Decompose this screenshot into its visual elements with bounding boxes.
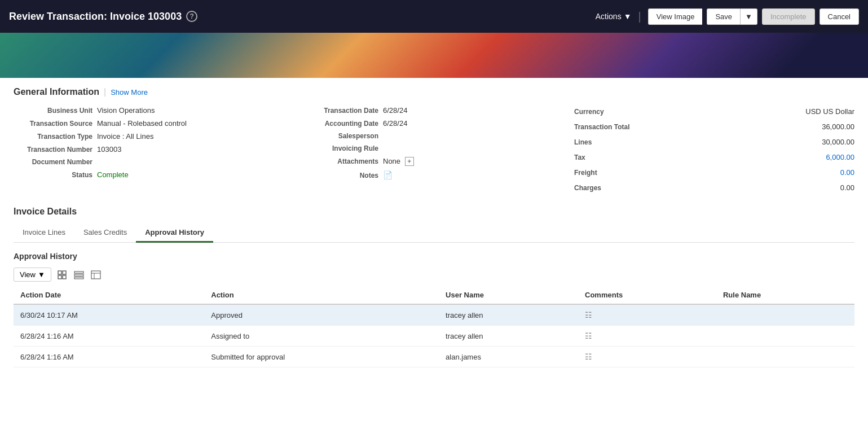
notes-icon[interactable]: 📄	[383, 170, 393, 179]
transaction-date-label: Transaction Date	[305, 107, 378, 115]
freight-label: Freight	[574, 169, 664, 177]
transaction-source-row: Transaction Source Manual - Rolebased co…	[14, 119, 294, 128]
main-content: General Information | Show More Business…	[0, 78, 868, 376]
status-row: Status Complete	[14, 170, 294, 179]
invoicing-rule-row: Invoicing Rule	[305, 144, 574, 152]
header-actions: Actions ▼ | View Image Save ▼ Incomplete…	[596, 8, 859, 25]
general-info-grid: Business Unit Vision Operations Transact…	[14, 106, 854, 193]
incomplete-button[interactable]: Incomplete	[762, 8, 815, 25]
business-unit-row: Business Unit Vision Operations	[14, 106, 294, 115]
accounting-date-label: Accounting Date	[305, 120, 378, 128]
view-button[interactable]: View ▼	[14, 268, 51, 282]
comment-icon[interactable]: ☷	[585, 310, 592, 319]
attachments-label: Attachments	[305, 157, 378, 165]
tab-sales-credits[interactable]: Sales Credits	[74, 224, 136, 243]
charges-value: 0.00	[798, 183, 854, 192]
transaction-number-row: Transaction Number 103003	[14, 145, 294, 154]
approval-history-section: Approval History View ▼	[14, 243, 854, 367]
invoicing-rule-label: Invoicing Rule	[305, 144, 378, 152]
show-more-link[interactable]: Show More	[111, 88, 148, 97]
tab-invoice-lines[interactable]: Invoice Lines	[14, 224, 74, 243]
separator: |	[638, 10, 641, 23]
invoice-details-title: Invoice Details	[14, 207, 854, 217]
table-row: 6/28/24 1:16 AMSubmitted for approvalala…	[14, 347, 854, 367]
invoice-details-section: Invoice Details Invoice Lines Sales Cred…	[14, 207, 854, 367]
page-title: Review Transaction: Invoice 103003 ?	[9, 11, 197, 23]
toolbar-icon-1[interactable]	[56, 269, 68, 281]
help-icon[interactable]: ?	[186, 11, 197, 22]
currency-label: Currency	[574, 108, 664, 116]
cell-comments: ☷	[578, 326, 716, 347]
section-divider: |	[104, 87, 106, 97]
cell-comments: ☷	[578, 347, 716, 367]
charges-label: Charges	[574, 184, 664, 192]
business-unit-value: Vision Operations	[97, 106, 155, 115]
salesperson-row: Salesperson	[305, 132, 574, 140]
comment-icon[interactable]: ☷	[585, 352, 592, 361]
table-toolbar: View ▼	[14, 268, 854, 282]
invoice-details-tabs: Invoice Lines Sales Credits Approval His…	[14, 224, 854, 243]
transaction-date-row: Transaction Date 6/28/24	[305, 106, 574, 115]
status-label: Status	[14, 171, 92, 179]
add-attachment-button[interactable]: +	[405, 157, 414, 166]
table-header-row: Action Date Action User Name Comments Ru…	[14, 286, 854, 304]
cell-rule-name	[716, 326, 854, 347]
transaction-total-value: 36,000.00	[798, 122, 854, 131]
cell-user-name: tracey allen	[439, 304, 578, 326]
transaction-type-label: Transaction Type	[14, 133, 92, 141]
top-header: Review Transaction: Invoice 103003 ? Act…	[0, 0, 868, 33]
actions-button[interactable]: Actions ▼	[596, 12, 632, 21]
transaction-date-value: 6/28/24	[383, 106, 407, 115]
financial-col: Currency USD US Dollar Transaction Total…	[574, 106, 854, 193]
accounting-date-value: 6/28/24	[383, 119, 407, 128]
transaction-type-row: Transaction Type Invoice : All Lines	[14, 132, 294, 141]
transaction-source-label: Transaction Source	[14, 120, 92, 128]
svg-rect-7	[91, 271, 100, 279]
banner-image	[0, 33, 868, 78]
col-user-name: User Name	[439, 286, 578, 304]
general-info-mid-col: Transaction Date 6/28/24 Accounting Date…	[294, 106, 574, 193]
lines-row: Lines 30,000.00	[574, 137, 854, 147]
transaction-total-row: Transaction Total 36,000.00	[574, 121, 854, 132]
business-unit-label: Business Unit	[14, 107, 92, 115]
toolbar-icon-3[interactable]	[90, 269, 102, 281]
save-dropdown-button[interactable]: ▼	[740, 8, 757, 25]
accounting-date-row: Accounting Date 6/28/24	[305, 119, 574, 128]
col-action: Action	[204, 286, 439, 304]
toolbar-icon-2[interactable]	[73, 269, 85, 281]
freight-row: Freight 0.00	[574, 167, 854, 178]
notes-label: Notes	[305, 172, 378, 179]
lines-label: Lines	[574, 138, 664, 146]
svg-rect-2	[58, 275, 61, 279]
cancel-button[interactable]: Cancel	[819, 8, 859, 25]
tax-value: 6,000.00	[798, 153, 854, 161]
svg-rect-1	[63, 271, 66, 274]
cell-user-name: tracey allen	[439, 326, 578, 347]
svg-rect-4	[74, 271, 83, 273]
currency-row: Currency USD US Dollar	[574, 106, 854, 117]
cell-action-date: 6/28/24 1:16 AM	[14, 347, 204, 367]
approval-history-title: Approval History	[14, 252, 854, 261]
tab-approval-history[interactable]: Approval History	[136, 224, 213, 243]
charges-row: Charges 0.00	[574, 182, 854, 193]
svg-rect-3	[63, 275, 66, 279]
cell-action: Submitted for approval	[204, 347, 439, 367]
col-action-date: Action Date	[14, 286, 204, 304]
actions-dropdown-icon: ▼	[624, 12, 632, 21]
transaction-number-value: 103003	[97, 145, 121, 154]
cell-user-name: alan.james	[439, 347, 578, 367]
cell-action: Assigned to	[204, 326, 439, 347]
save-button-group: Save ▼	[707, 8, 757, 25]
comment-icon[interactable]: ☷	[585, 331, 592, 340]
salesperson-label: Salesperson	[305, 132, 378, 140]
cell-action-date: 6/28/24 1:16 AM	[14, 326, 204, 347]
cell-action-date: 6/30/24 10:17 AM	[14, 304, 204, 326]
view-image-button[interactable]: View Image	[648, 8, 703, 25]
save-button[interactable]: Save	[707, 8, 740, 25]
notes-row: Notes 📄	[305, 170, 574, 179]
cell-rule-name	[716, 347, 854, 367]
document-number-label: Document Number	[14, 158, 92, 166]
status-badge: Complete	[97, 170, 129, 179]
col-comments: Comments	[578, 286, 716, 304]
table-row: 6/30/24 10:17 AMApprovedtracey allen☷	[14, 304, 854, 326]
